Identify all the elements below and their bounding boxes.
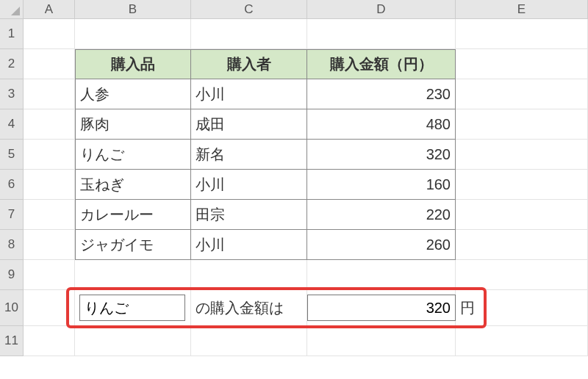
row-header-2[interactable]: 2 (0, 49, 24, 79)
cell-E9[interactable] (456, 260, 588, 290)
col-header-D[interactable]: D (307, 0, 456, 19)
lookup-end-label: 円 (460, 298, 475, 318)
cell-B9[interactable] (75, 260, 191, 290)
row-header-11[interactable]: 11 (0, 326, 24, 356)
cell-C7[interactable]: 田宗 (191, 200, 307, 230)
cell-C2[interactable]: 購入者 (191, 49, 307, 79)
row-header-1[interactable]: 1 (0, 19, 24, 49)
cell-E2[interactable] (456, 49, 588, 79)
cell-A9[interactable] (24, 260, 75, 290)
row-header-5[interactable]: 5 (0, 140, 24, 170)
cell-B3[interactable]: 人参 (75, 79, 191, 109)
row-header-8[interactable]: 8 (0, 230, 24, 260)
cell-B6[interactable]: 玉ねぎ (75, 170, 191, 200)
header-buyer: 購入者 (227, 54, 271, 74)
lookup-item-box[interactable]: りんご (79, 295, 185, 321)
row-header-3[interactable]: 3 (0, 79, 24, 109)
row-header-4[interactable]: 4 (0, 109, 24, 140)
cell-B2[interactable]: 購入品 (75, 49, 191, 79)
cell-E7[interactable] (456, 200, 588, 230)
cell-C8[interactable]: 小川 (191, 230, 307, 260)
cell-B11[interactable] (75, 326, 191, 356)
col-header-C[interactable]: C (191, 0, 307, 19)
cell-C1[interactable] (191, 19, 307, 49)
cell-A10[interactable] (24, 290, 75, 326)
cell-E11[interactable] (456, 326, 588, 356)
cell-A3[interactable] (24, 79, 75, 109)
cell-D11[interactable] (307, 326, 456, 356)
cell-B4[interactable]: 豚肉 (75, 109, 191, 140)
cell-B8[interactable]: ジャガイモ (75, 230, 191, 260)
cell-C4[interactable]: 成田 (191, 109, 307, 140)
col-header-E[interactable]: E (456, 0, 588, 19)
col-header-A[interactable]: A (24, 0, 75, 19)
cell-E5[interactable] (456, 140, 588, 170)
cell-A7[interactable] (24, 200, 75, 230)
cell-A2[interactable] (24, 49, 75, 79)
cell-A5[interactable] (24, 140, 75, 170)
lookup-result-box[interactable]: 320 (307, 295, 456, 321)
cell-E8[interactable] (456, 230, 588, 260)
cell-C9[interactable] (191, 260, 307, 290)
row-header-7[interactable]: 7 (0, 200, 24, 230)
header-item: 購入品 (111, 54, 155, 74)
cell-A8[interactable] (24, 230, 75, 260)
cell-E6[interactable] (456, 170, 588, 200)
cell-B7[interactable]: カレールー (75, 200, 191, 230)
cell-E4[interactable] (456, 109, 588, 140)
row-header-9[interactable]: 9 (0, 260, 24, 290)
header-amount: 購入金額（円） (330, 54, 433, 74)
cell-A6[interactable] (24, 170, 75, 200)
cell-A1[interactable] (24, 19, 75, 49)
cell-D6[interactable]: 160 (307, 170, 456, 200)
cell-D7[interactable]: 220 (307, 200, 456, 230)
cell-C3[interactable]: 小川 (191, 79, 307, 109)
cell-C5[interactable]: 新名 (191, 140, 307, 170)
cell-D2[interactable]: 購入金額（円） (307, 49, 456, 79)
cell-B1[interactable] (75, 19, 191, 49)
cell-C11[interactable] (191, 326, 307, 356)
select-all-corner[interactable] (0, 0, 24, 19)
cell-D4[interactable]: 480 (307, 109, 456, 140)
cell-D9[interactable] (307, 260, 456, 290)
cell-C10[interactable]: の購入金額は (191, 290, 307, 326)
cell-A4[interactable] (24, 109, 75, 140)
lookup-mid-label: の購入金額は (196, 298, 284, 318)
cell-D8[interactable]: 260 (307, 230, 456, 260)
cell-D5[interactable]: 320 (307, 140, 456, 170)
cell-A11[interactable] (24, 326, 75, 356)
col-header-B[interactable]: B (75, 0, 191, 19)
cell-E1[interactable] (456, 19, 588, 49)
cell-C6[interactable]: 小川 (191, 170, 307, 200)
cell-D1[interactable] (307, 19, 456, 49)
row-header-10[interactable]: 10 (0, 290, 24, 326)
row-header-6[interactable]: 6 (0, 170, 24, 200)
cell-E3[interactable] (456, 79, 588, 109)
cell-E10[interactable]: 円 (456, 290, 588, 326)
cell-B5[interactable]: りんご (75, 140, 191, 170)
cell-D3[interactable]: 230 (307, 79, 456, 109)
